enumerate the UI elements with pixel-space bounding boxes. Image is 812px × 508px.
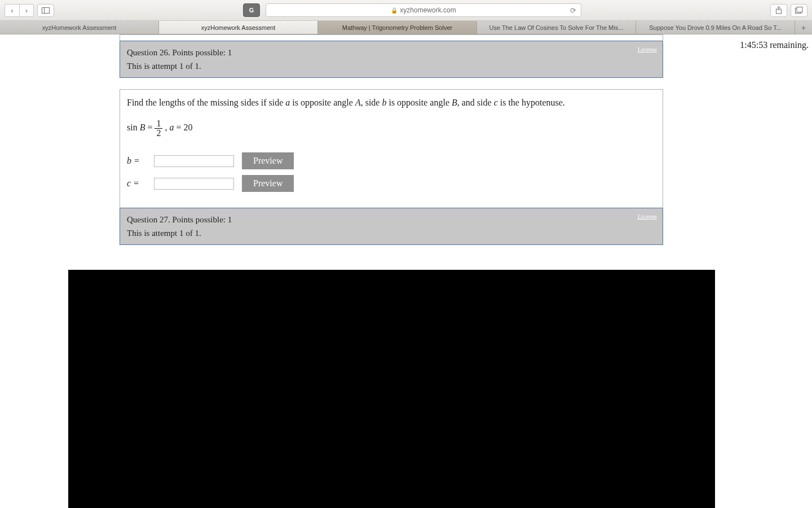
denominator: 2 [155, 129, 162, 138]
tab-bar: xyzHomework Assessment xyzHomework Asses… [0, 21, 812, 34]
input-b[interactable] [154, 155, 234, 167]
fraction: 12 [155, 119, 162, 138]
prompt-text: is opposite angle [290, 98, 355, 107]
given-equation: sin B = 12 , a = 20 [127, 119, 656, 138]
input-c[interactable] [154, 178, 234, 190]
a-value: = 20 [174, 122, 192, 132]
label-c: c = [127, 178, 146, 189]
question-27-attempt: This is attempt 1 of 1. [127, 226, 656, 240]
equals: = [145, 122, 155, 132]
prompt-text: Find the lengths of the missing sides if… [127, 98, 285, 107]
lock-icon: 🔒 [391, 7, 398, 14]
sin-text: sin [127, 122, 140, 132]
var-A: A [355, 98, 361, 107]
prompt-text: is the hypotenuse. [498, 98, 565, 107]
answer-row-c: c = Preview [127, 175, 656, 192]
reader-button[interactable]: G [243, 3, 260, 17]
tab-3[interactable]: Use The Law Of Cosines To Solve For The … [477, 21, 636, 34]
forward-button[interactable]: › [19, 4, 34, 17]
reader-icon: G [249, 7, 254, 14]
numerator: 1 [155, 119, 162, 129]
question-27-title: Question 27. Points possible: 1 [127, 213, 656, 226]
new-tab-button[interactable]: + [795, 21, 812, 34]
tabs-button[interactable] [791, 4, 807, 17]
answer-row-b: b = Preview [127, 152, 656, 169]
sidebar-toggle-button[interactable] [37, 4, 54, 17]
label-b: b = [127, 156, 146, 166]
back-button[interactable]: ‹ [5, 4, 19, 17]
comma: , [162, 122, 169, 132]
var-B: B [140, 122, 145, 132]
var-c: c [494, 98, 498, 107]
license-link[interactable]: License [638, 45, 657, 55]
question-26-attempt: This is attempt 1 of 1. [127, 59, 656, 73]
address-bar[interactable]: 🔒 xyzhomework.com ⟳ [266, 3, 581, 17]
question-26-title: Question 26. Points possible: 1 [127, 46, 656, 59]
timer-text: 1:45:53 remaining. [740, 40, 809, 50]
question-26-header: License Question 26. Points possible: 1 … [120, 41, 663, 78]
url-host: xyzhomework.com [400, 6, 456, 14]
prev-question-bottom-edge [120, 34, 663, 41]
tab-2[interactable]: Mathway | Trigonometry Problem Solver [318, 21, 477, 34]
preview-c-button[interactable]: Preview [242, 175, 294, 192]
prompt-text: , and side [457, 98, 494, 107]
preview-b-button[interactable]: Preview [242, 152, 294, 169]
svg-rect-0 [42, 7, 50, 13]
question-body: Find the lengths of the missing sides if… [120, 89, 663, 208]
tab-4[interactable]: Suppose You Drove 0.9 Miles On A Road So… [636, 21, 795, 34]
tab-1[interactable]: xyzHomework Assessment [159, 21, 318, 34]
panel-icon [42, 7, 50, 14]
tab-0[interactable]: xyzHomework Assessment [0, 21, 159, 34]
browser-toolbar: ‹ › G 🔒 xyzhomework.com ⟳ [0, 0, 812, 21]
nav-buttons: ‹ › [5, 4, 34, 17]
page-content: 1:45:53 remaining. License Question 26. … [0, 34, 812, 508]
share-icon [775, 6, 782, 14]
svg-rect-5 [797, 7, 802, 12]
share-button[interactable] [770, 4, 787, 17]
license-link[interactable]: License [638, 212, 657, 222]
var-B: B [452, 98, 457, 107]
black-overlay [68, 270, 715, 508]
reload-icon[interactable]: ⟳ [570, 6, 576, 15]
assessment-content: License Question 26. Points possible: 1 … [120, 34, 663, 245]
question-prompt: Find the lengths of the missing sides if… [127, 98, 656, 108]
prompt-text: is opposite angle [386, 98, 452, 107]
prompt-text: , side [361, 98, 382, 107]
question-27-header: License Question 27. Points possible: 1 … [120, 208, 663, 245]
tabs-icon [795, 7, 803, 14]
